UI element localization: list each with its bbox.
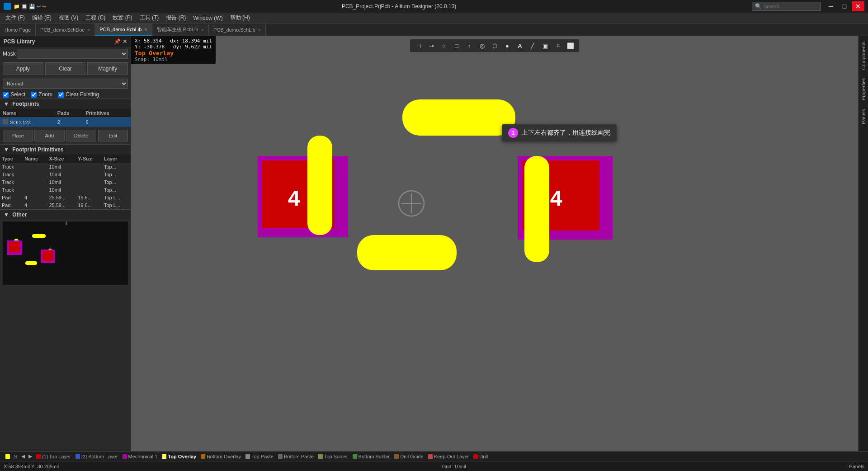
tab-pcblib[interactable]: PCB_demo.PcbLib × [95,24,152,36]
normal-select[interactable]: Normal [3,79,128,89]
apply-button[interactable]: Apply [3,62,43,75]
right-tab-properties[interactable]: Properties [859,74,868,104]
layer-top-solder[interactable]: Top Solder [316,454,350,459]
delete-button[interactable]: Delete [66,130,96,141]
toolbar-grid-btn[interactable]: ⌗ [552,40,564,51]
minimize-button[interactable]: ─ [825,1,837,11]
layer-ls[interactable]: LS [4,454,19,459]
menu-tools[interactable]: 工具 (T) [136,13,163,23]
select-checkbox[interactable] [3,92,9,98]
search-box[interactable]: 🔍 [752,2,821,11]
layer-keepout[interactable]: Keep-Out Layer [426,454,471,459]
magnify-button[interactable]: Magnify [87,62,128,75]
coordinate-tooltip: X: 58.394 dx: 18.394 mil Y: -30.378 dy: … [131,36,216,64]
layer-drill-guide-dot [394,454,399,459]
toolbar-dot-btn[interactable]: ◎ [476,40,488,51]
toolbar-circle-btn[interactable]: ○ [438,40,450,51]
menu-place[interactable]: 放置 (P) [109,13,136,23]
toolbar-line-btn[interactable]: ╱ [527,40,538,51]
list-item[interactable]: Pad 4 25.59... 19.6... Top L... [0,202,131,209]
list-item[interactable]: Track 10mil Top... [0,171,131,179]
layer-top-paste[interactable]: Top Paste [244,454,275,459]
table-row[interactable]: SOD-123 2 6 [0,118,131,127]
prim-ysize [76,179,102,186]
prim-name: 4 [23,202,47,209]
toolbar-hex-btn[interactable]: ⬡ [489,40,500,51]
left-panel: PCB Library 📌 ✕ Mask Apply Clear Magnify… [0,36,131,451]
menu-edit[interactable]: 编辑 (E) [28,13,55,23]
panel-pin-icon[interactable]: 📌 [114,38,121,45]
mask-select[interactable] [18,49,128,59]
tab-pcblib-close[interactable]: × [144,27,147,32]
canvas-area[interactable]: X: 58.394 dx: 18.394 mil Y: -30.378 dy: … [131,36,858,451]
toolbar-chart-btn[interactable]: ↑ [463,40,475,51]
layer-top[interactable]: [1] Top Layer [34,454,72,459]
tab-home[interactable]: Home Page [0,24,36,36]
zoom-checkbox[interactable] [31,92,37,98]
mini-preview [3,221,128,285]
toolbar-region-btn[interactable]: ▣ [539,40,551,51]
layer-mech1-label: Mechanical 1 [128,454,158,459]
clear-button[interactable]: Clear [45,62,86,75]
layer-bot-overlay[interactable]: Bottom Overlay [199,454,243,459]
list-item[interactable]: Track 10mil Top... [0,163,131,171]
layer-top-overlay[interactable]: Top Overlay [160,454,198,459]
prim-name [23,179,47,186]
tab-zhiche-close[interactable]: × [201,27,203,33]
zoom-checkbox-label[interactable]: Zoom [31,91,52,98]
toolbar-wire-btn[interactable]: ⊸ [425,40,437,51]
tab-schdoc-close[interactable]: × [87,27,90,33]
layer-prev-btn[interactable]: ◀ [20,453,26,459]
tab-zhiche[interactable]: 智能车主板.PcbLib × [152,24,209,36]
layer-next-btn[interactable]: ▶ [27,453,33,459]
other-section: ▼ Other [0,209,131,451]
status-panels[interactable]: Panels [849,464,864,469]
layer-bot-paste[interactable]: Bottom Paste [276,454,316,459]
prim-layer: Top... [102,186,131,194]
mask-label: Mask [3,51,16,57]
toolbar-text-btn[interactable]: A [514,40,526,51]
menu-help[interactable]: 帮助 (H) [226,13,254,23]
menu-file[interactable]: 文件 (F) [2,13,28,23]
maximize-button[interactable]: □ [838,1,851,11]
panel-header-icons[interactable]: 📌 ✕ [114,38,127,45]
tab-schlib-close[interactable]: × [258,27,261,33]
tab-schdoc[interactable]: PCB_demo.SchDoc × [36,24,95,36]
search-input[interactable] [764,4,818,9]
right-panel: Components Properties Panels [858,36,868,451]
panel-close-icon[interactable]: ✕ [123,38,127,45]
list-item[interactable]: Pad 4 25.59... 19.6... Top L... [0,194,131,202]
pcb-canvas: 4 4 [131,36,858,451]
window-controls: ─ □ ✕ [825,1,864,11]
coord-xy: X: 58.394 dx: 18.394 mil [135,38,212,44]
layer-drill-guide[interactable]: Drill Guide [392,454,425,459]
list-item[interactable]: Track 10mil Top... [0,186,131,194]
close-button[interactable]: ✕ [852,1,864,11]
layer-mech1[interactable]: Mechanical 1 [121,454,160,459]
layer-drill[interactable]: Drill [472,454,490,459]
tab-schlib[interactable]: PCB_demo.SchLib × [209,24,266,36]
menu-view[interactable]: 视图 (V) [55,13,82,23]
clear-existing-checkbox-label[interactable]: Clear Existing [58,91,99,98]
place-button[interactable]: Place [3,130,33,141]
clear-existing-checkbox[interactable] [58,92,64,98]
layer-bot-solder[interactable]: Bottom Solder [351,454,392,459]
menu-window[interactable]: Window (W) [189,14,226,22]
toolbar-rect-btn[interactable]: □ [451,40,462,51]
edit-button[interactable]: Edit [98,130,128,141]
toolbar-box-btn[interactable]: ⬜ [565,40,576,51]
toolbar-filter-btn[interactable]: ⊣ [413,40,425,51]
list-item[interactable]: Track 10mil Top... [0,179,131,186]
prim-ysize: 19.6... [76,202,102,209]
right-tab-panels[interactable]: Panels [859,105,868,128]
prim-col-xsize: X-Size [47,155,76,163]
menu-reports[interactable]: 报告 (R) [162,13,189,23]
layer-drill-guide-label: Drill Guide [400,454,423,459]
other-header[interactable]: ▼ Other [0,210,131,220]
add-button[interactable]: Add [34,130,64,141]
toolbar-pad-btn[interactable]: ● [501,40,513,51]
right-tab-components[interactable]: Components [859,38,868,73]
menu-project[interactable]: 工程 (C) [82,13,109,23]
select-checkbox-label[interactable]: Select [3,91,25,98]
layer-bottom[interactable]: [2] Bottom Layer [74,454,120,459]
